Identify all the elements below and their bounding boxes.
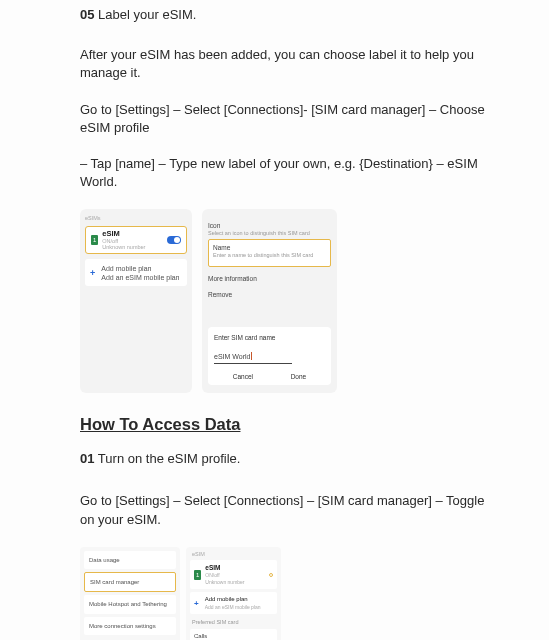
esim-row: 1 eSIM ON/off Unknown number [190,560,277,589]
step-title: Label your eSIM. [98,7,196,22]
step-number: 01 [80,451,94,466]
sim-manager-panel: eSIM 1 eSIM ON/off Unknown number + Add … [186,547,281,640]
add-plan-row: + Add mobile plan Add an eSIM mobile pla… [190,592,277,613]
enter-name-dialog: Enter SIM card name eSIM World Cancel Do… [208,327,331,385]
settings-panel: Data usage SIM card manager Mobile Hotsp… [80,547,180,640]
calls-row: Calls [190,629,277,640]
sim-tag: 1 [194,570,201,580]
settings-row: More connection settings [84,617,176,635]
name-input: eSIM World [214,352,292,364]
sim-tag: 1 [91,235,98,245]
add-label: Add mobile plan Add an eSIM mobile plan [205,595,261,610]
paragraph: After your eSIM has been added, you can … [80,46,489,82]
screenshot-2: Data usage SIM card manager Mobile Hotsp… [80,547,489,640]
toggle-highlighted [269,573,273,577]
step-number: 05 [80,7,94,22]
dialog-title: Enter SIM card name [214,333,325,342]
section-label: eSIMs [85,215,187,223]
section-heading: How To Access Data [80,413,489,436]
paragraph: Go to [Settings] – Select [Connections] … [80,492,489,528]
screenshot-1: eSIMs 1 eSIM ON/off Unknown number + Add… [80,209,489,393]
add-label: Add mobile plan Add an eSIM mobile plan [101,264,179,284]
phone-panel-right: Icon Select an icon to distinguish this … [202,209,337,393]
phone-panel-left: eSIMs 1 eSIM ON/off Unknown number + Add… [80,209,192,393]
done-button: Done [291,372,307,381]
esim-label: eSIM ON/off Unknown number [102,230,167,250]
name-field-highlighted: Name Enter a name to distinguish this SI… [208,239,331,267]
section-label: Preferred SIM card [190,619,277,627]
settings-row: Data usage [84,551,176,569]
paragraph: Go to [Settings] – Select [Connections]-… [80,101,489,137]
step-01: 01 Turn on the eSIM profile. [80,450,489,468]
toggle-on-icon [167,236,181,244]
plus-icon: + [194,598,199,609]
step-05: 05 Label your eSIM. [80,6,489,24]
more-info-row: More information [208,274,331,283]
icon-sub: Select an icon to distinguish this SIM c… [208,230,331,238]
settings-row: Mobile Hotspot and Tethering [84,595,176,613]
icon-heading: Icon [208,221,331,230]
remove-row: Remove [208,290,331,299]
add-plan-row: + Add mobile plan Add an eSIM mobile pla… [85,259,187,287]
step-title: Turn on the eSIM profile. [98,451,241,466]
section-label: eSIM [190,551,277,559]
sim-manager-row-highlighted: SIM card manager [84,572,176,592]
paragraph: – Tap [name] – Type new label of your ow… [80,155,489,191]
cancel-button: Cancel [233,372,253,381]
plus-icon: + [90,267,95,280]
esim-label: eSIM ON/off Unknown number [205,563,269,586]
dialog-buttons: Cancel Done [214,372,325,381]
esim-row-highlighted: 1 eSIM ON/off Unknown number [85,226,187,254]
